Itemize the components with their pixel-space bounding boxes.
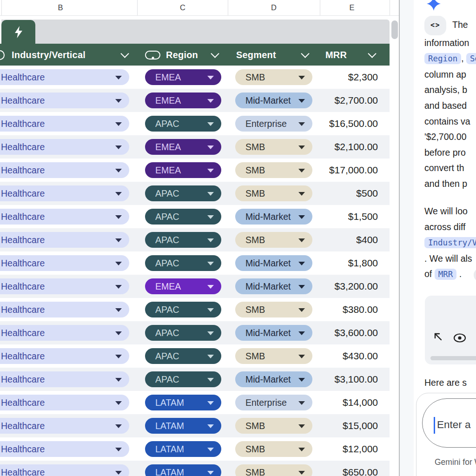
segment-dropdown[interactable]: SMB xyxy=(235,232,312,248)
region-dropdown[interactable]: EMEA xyxy=(145,162,221,178)
segment-dropdown[interactable]: SMB xyxy=(235,464,312,476)
mrr-cell[interactable]: $14,000 xyxy=(343,391,378,414)
mrr-cell[interactable]: $2,100.00 xyxy=(335,135,378,159)
region-dropdown[interactable]: APAC xyxy=(145,232,221,248)
region-dropdown[interactable]: APAC xyxy=(145,371,221,387)
mrr-cell[interactable]: $1,500 xyxy=(348,205,378,228)
mrr-cell[interactable]: $3,200.00 xyxy=(335,275,378,298)
header-industry-vertical[interactable]: Industry/Vertical xyxy=(12,49,86,60)
arrow-up-left-icon[interactable] xyxy=(432,331,443,344)
segment-dropdown[interactable]: SMB xyxy=(235,348,312,364)
region-dropdown[interactable]: EMEA xyxy=(145,93,221,108)
column-header-e[interactable]: E xyxy=(349,3,354,12)
segment-dropdown[interactable]: Mid-Market xyxy=(235,371,312,387)
industry-dropdown[interactable]: Healthcare xyxy=(0,325,129,341)
header-region[interactable]: Region xyxy=(166,49,198,60)
region-dropdown[interactable]: APAC xyxy=(145,185,221,201)
mrr-cell[interactable]: $380.00 xyxy=(343,298,378,321)
header-segment[interactable]: Segment xyxy=(236,49,276,60)
region-dropdown[interactable]: EMEA xyxy=(145,69,221,85)
header-mrr[interactable]: MRR xyxy=(325,49,347,60)
message-text: . We will als xyxy=(424,251,476,267)
industry-dropdown[interactable]: Healthcare xyxy=(0,441,129,457)
segment-dropdown[interactable]: Mid-Market xyxy=(235,255,312,271)
message-text: across diff xyxy=(424,219,476,235)
region-dropdown[interactable]: APAC xyxy=(145,348,221,364)
column-chip-mrr[interactable]: MRR xyxy=(435,269,457,280)
industry-dropdown[interactable]: Healthcare xyxy=(0,116,129,132)
region-dropdown[interactable]: EMEA xyxy=(145,139,221,155)
industry-dropdown[interactable]: Healthcare xyxy=(0,464,129,476)
industry-dropdown[interactable]: Healthcare xyxy=(0,395,129,410)
segment-dropdown[interactable]: Enterprise xyxy=(235,395,312,410)
industry-dropdown[interactable]: Healthcare xyxy=(0,348,129,364)
mrr-cell[interactable]: $17,000.00 xyxy=(329,159,378,182)
chevron-down-icon[interactable] xyxy=(211,49,219,58)
chevron-down-icon[interactable] xyxy=(368,49,376,58)
card-horizontal-scrollbar[interactable] xyxy=(430,356,476,360)
column-chip-industry[interactable]: Industry/V xyxy=(424,237,476,248)
industry-dropdown[interactable]: Healthcare xyxy=(0,69,129,85)
table-header-row: Industry/Vertical Region Segment MRR xyxy=(0,44,390,66)
table-tab[interactable] xyxy=(1,20,35,44)
eye-icon[interactable] xyxy=(453,332,467,345)
industry-dropdown[interactable]: Healthcare xyxy=(0,278,129,294)
mrr-cell[interactable]: $12,000 xyxy=(343,437,378,461)
segment-dropdown[interactable]: SMB xyxy=(235,162,312,178)
segment-dropdown[interactable]: Mid-Market xyxy=(235,93,312,108)
sheet-vertical-scrollbar[interactable] xyxy=(391,20,398,39)
segment-dropdown[interactable]: SMB xyxy=(235,441,312,457)
mrr-cell[interactable]: $16,500.00 xyxy=(329,112,378,135)
region-dropdown[interactable]: APAC xyxy=(145,302,221,317)
column-header-b[interactable]: B xyxy=(58,3,63,12)
industry-dropdown[interactable]: Healthcare xyxy=(0,255,129,271)
region-dropdown[interactable]: APAC xyxy=(145,255,221,271)
mrr-cell[interactable]: $430.00 xyxy=(343,344,378,368)
industry-dropdown[interactable]: Healthcare xyxy=(0,371,129,387)
chevron-down-icon[interactable] xyxy=(120,49,129,58)
region-dropdown[interactable]: LATAM xyxy=(145,418,221,434)
column-chip-segment[interactable]: Segment xyxy=(466,53,476,64)
industry-dropdown[interactable]: Healthcare xyxy=(0,185,129,201)
segment-dropdown[interactable]: SMB xyxy=(235,69,312,85)
industry-dropdown[interactable]: Healthcare xyxy=(0,139,129,155)
industry-dropdown[interactable]: Healthcare xyxy=(0,302,129,317)
segment-dropdown[interactable]: Mid-Market xyxy=(235,325,312,341)
mrr-cell[interactable]: $15,000 xyxy=(343,414,378,437)
column-header-c[interactable]: C xyxy=(180,3,185,12)
industry-dropdown[interactable]: Healthcare xyxy=(0,209,129,225)
region-dropdown[interactable]: APAC xyxy=(145,116,221,132)
column-header-d[interactable]: D xyxy=(271,3,277,12)
mrr-cell[interactable]: $2,700.00 xyxy=(335,89,378,112)
segment-dropdown[interactable]: SMB xyxy=(235,139,312,155)
segment-dropdown[interactable]: Mid-Market xyxy=(235,278,312,294)
source-chip[interactable] xyxy=(474,268,476,282)
mrr-cell[interactable]: $3,600.00 xyxy=(335,321,378,344)
industry-dropdown[interactable]: Healthcare xyxy=(0,93,129,108)
industry-dropdown[interactable]: Healthcare xyxy=(0,232,129,248)
region-dropdown[interactable]: LATAM xyxy=(145,464,221,476)
code-block-chip[interactable]: <> xyxy=(424,16,446,35)
industry-dropdown[interactable]: Healthcare xyxy=(0,418,129,434)
dropdown-arrow-icon xyxy=(298,424,305,428)
mrr-cell[interactable]: $400 xyxy=(356,228,378,251)
region-dropdown[interactable]: APAC xyxy=(145,209,221,225)
region-dropdown[interactable]: APAC xyxy=(145,325,221,341)
gemini-footer-label: Gemini for W xyxy=(435,457,476,467)
mrr-cell[interactable]: $3,100.00 xyxy=(335,368,378,391)
industry-dropdown[interactable]: Healthcare xyxy=(0,162,129,178)
mrr-cell[interactable]: $2,300 xyxy=(348,66,378,89)
region-dropdown[interactable]: LATAM xyxy=(145,395,221,410)
chevron-down-icon[interactable] xyxy=(301,49,309,58)
mrr-cell[interactable]: $1,800 xyxy=(348,251,378,275)
region-dropdown[interactable]: LATAM xyxy=(145,441,221,457)
mrr-cell[interactable]: $650.00 xyxy=(343,461,378,476)
segment-dropdown[interactable]: SMB xyxy=(235,418,312,434)
region-dropdown[interactable]: EMEA xyxy=(145,278,221,294)
segment-dropdown[interactable]: SMB xyxy=(235,302,312,317)
column-chip-region[interactable]: Region xyxy=(424,53,461,64)
segment-dropdown[interactable]: Enterprise xyxy=(235,116,312,132)
segment-dropdown[interactable]: Mid-Market xyxy=(235,209,312,225)
segment-dropdown[interactable]: SMB xyxy=(235,185,312,201)
mrr-cell[interactable]: $500 xyxy=(356,182,378,205)
